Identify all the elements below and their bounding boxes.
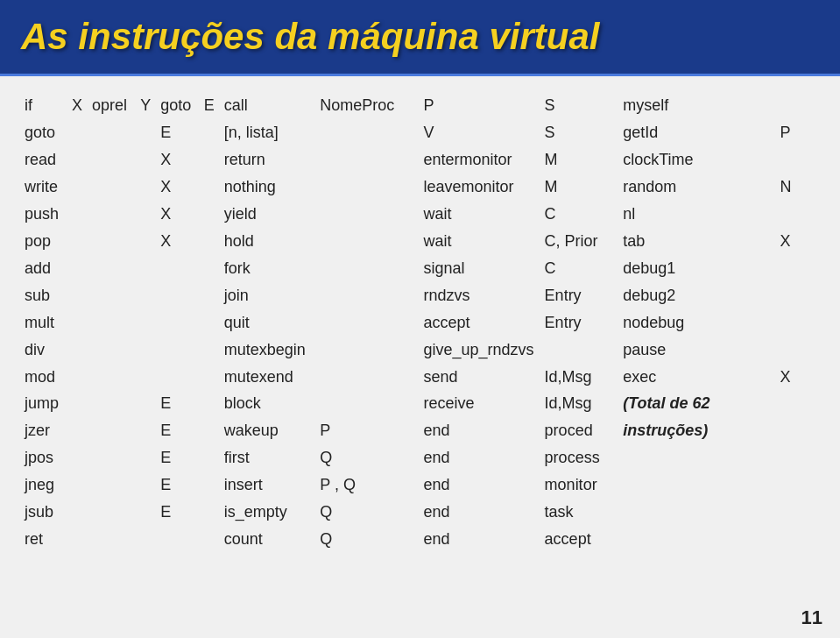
col3-row1-cell2 [605, 119, 612, 146]
col2-row10-cell1 [316, 364, 405, 391]
col1-row11-cell2 [88, 390, 137, 417]
col1-row5-cell3 [137, 228, 157, 255]
col1-row9-cell0: div [21, 337, 68, 364]
col1-row4-cell2 [88, 201, 137, 228]
page-number: 11 [801, 606, 822, 629]
col1-row16-cell1 [68, 526, 88, 553]
col1-row9-cell5 [201, 337, 221, 364]
col4-row3-cell1: N [777, 174, 808, 201]
col4-row8-cell0: nodebug [619, 309, 776, 337]
col1-row4-cell3 [137, 201, 157, 228]
col4-row9-cell2 [808, 337, 819, 364]
col1-row12-cell4: E [157, 417, 200, 444]
col3-row11-cell1: Id,Msg [541, 390, 605, 417]
col2-row0-cell3 [413, 92, 420, 119]
col4-row5-cell1: X [777, 228, 808, 255]
col2-row6-cell2 [405, 255, 413, 282]
col1-row6-cell2 [88, 255, 137, 282]
col3-row5-cell3 [612, 228, 619, 255]
col2-row7-cell3 [413, 282, 420, 309]
col2-row14-cell3 [413, 471, 420, 499]
col4-row14-cell2 [808, 417, 819, 444]
col3-row4-cell2 [605, 201, 612, 228]
col2-row9-cell2 [405, 337, 413, 364]
column-2: callNomeProc[n, lista]returnnothingyield… [221, 92, 420, 553]
col2-row1-cell1 [316, 119, 405, 146]
col4-row5-cell0: tab [619, 228, 776, 255]
col1-row5-cell2 [88, 228, 137, 255]
col4-row5-cell2 [808, 228, 819, 255]
col4-row1-cell1: P [777, 119, 808, 146]
col4-row7-cell2 [808, 282, 819, 309]
col1-row3-cell0: write [21, 174, 68, 201]
col3-row13-cell2 [605, 444, 612, 471]
col1-row3-cell1 [68, 174, 88, 201]
col2-row8-cell3 [413, 309, 420, 337]
col1-row12-cell3 [137, 417, 157, 444]
col3-row13-cell0: end [420, 444, 541, 471]
col3-row11-cell0: receive [420, 390, 541, 417]
col1-row6-cell4 [157, 255, 200, 282]
col3-row1-cell1: S [541, 119, 605, 146]
col2-row5-cell0: hold [221, 228, 317, 255]
col1-row15-cell4: E [157, 499, 200, 526]
col1-row1-cell1 [68, 119, 88, 146]
col4-row4-cell1 [777, 201, 808, 228]
col1-row14-cell0: jneg [21, 471, 68, 499]
col4-row7-cell1 [777, 282, 808, 309]
col4-row0-cell1 [777, 92, 808, 119]
col4-row6-cell0: debug1 [619, 255, 776, 282]
col3-row12-cell0: end [420, 417, 541, 444]
col1-row12-cell5 [201, 417, 221, 444]
col1-row5-cell4: X [157, 228, 200, 255]
col2-row5-cell1 [316, 228, 405, 255]
col2-row15-cell1: Q [316, 499, 405, 526]
col4-row2-cell2 [808, 146, 819, 174]
col3-row7-cell3 [612, 282, 619, 309]
col1-row10-cell3 [137, 364, 157, 391]
col3-row11-cell3 [612, 390, 619, 417]
col1-row13-cell1 [68, 444, 88, 471]
col2-row6-cell1 [316, 255, 405, 282]
col3-row10-cell2 [605, 364, 612, 391]
col3-row3-cell1: M [541, 174, 605, 201]
col1-row16-cell2 [88, 526, 137, 553]
col1-row4-cell5 [201, 201, 221, 228]
col2-row5-cell3 [413, 228, 420, 255]
col1-row0-cell1: X [68, 92, 88, 119]
col1-row6-cell0: add [21, 255, 68, 282]
col3-row13-cell1: process [541, 444, 605, 471]
col1-row14-cell3 [137, 471, 157, 499]
col2-row15-cell2 [405, 499, 413, 526]
col1-row3-cell3 [137, 174, 157, 201]
col2-row13-cell1: Q [316, 444, 405, 471]
col3-row9-cell2 [605, 337, 612, 364]
col3-row8-cell3 [612, 309, 619, 337]
col4-row10-cell2 [808, 364, 819, 391]
col4-row13-cell1 [777, 390, 808, 417]
col3-row7-cell2 [605, 282, 612, 309]
col1-row11-cell5 [201, 390, 221, 417]
col2-row10-cell0: mutexend [221, 364, 317, 391]
col1-row0-cell5: E [201, 92, 221, 119]
col3-row15-cell1: task [541, 499, 605, 526]
page-title: As instruções da máquina virtual [21, 16, 819, 58]
col3-row16-cell1: accept [541, 526, 605, 553]
col4-row7-cell0: debug2 [619, 282, 776, 309]
col2-row2-cell0: return [221, 146, 317, 174]
col1-row13-cell3 [137, 444, 157, 471]
col2-row7-cell1 [316, 282, 405, 309]
col1-row11-cell0: jump [21, 390, 68, 417]
col1-row5-cell5 [201, 228, 221, 255]
col4-row14-cell1 [777, 417, 808, 444]
col2-row11-cell2 [405, 390, 413, 417]
col3-row4-cell3 [612, 201, 619, 228]
col1-row1-cell4: E [157, 119, 200, 146]
col3-row3-cell3 [612, 174, 619, 201]
col3-row12-cell2 [605, 417, 612, 444]
col1-row11-cell3 [137, 390, 157, 417]
col1-row9-cell1 [68, 337, 88, 364]
col3-row6-cell1: C [541, 255, 605, 282]
col1-row15-cell2 [88, 499, 137, 526]
col3-row6-cell2 [605, 255, 612, 282]
